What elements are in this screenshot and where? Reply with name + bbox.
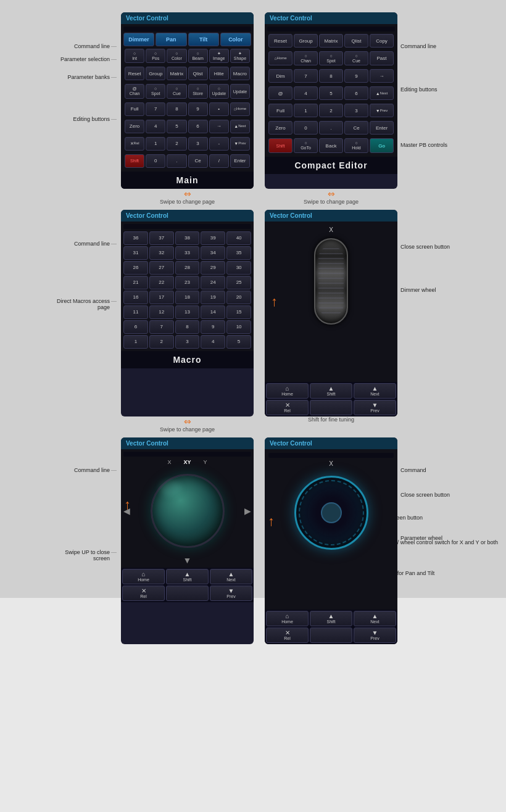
macro-11[interactable]: 11 xyxy=(123,305,148,319)
c-key-past[interactable]: Past xyxy=(370,51,394,65)
macro-23[interactable]: 23 xyxy=(175,276,200,289)
c-key-prev[interactable]: ▼Prev xyxy=(370,104,394,117)
dimmer-shift-btn[interactable]: ▲ Shift xyxy=(310,383,352,399)
macro-37[interactable]: 37 xyxy=(149,231,174,245)
c-key-qlist[interactable]: Qlist xyxy=(344,34,368,48)
macro-26[interactable]: 26 xyxy=(123,261,148,275)
macro-14[interactable]: 14 xyxy=(201,305,225,319)
macro-7[interactable]: 7 xyxy=(149,320,174,334)
bank-int[interactable]: ○Int xyxy=(125,49,144,63)
c-key-go[interactable]: Go xyxy=(370,138,394,152)
c-key-1[interactable]: 1 xyxy=(294,104,318,117)
c-key-goto[interactable]: ○GoTo xyxy=(294,138,318,152)
key-0[interactable]: 0 xyxy=(146,154,165,168)
key-5[interactable]: 5 xyxy=(167,120,186,133)
macro-15[interactable]: 15 xyxy=(226,305,251,319)
macro-4[interactable]: 4 xyxy=(201,335,225,349)
trackball-right-arrow[interactable]: ▶ xyxy=(244,506,251,516)
dimmer-wheel[interactable] xyxy=(314,238,348,325)
c-key-6[interactable]: 6 xyxy=(344,86,368,100)
c-key-group[interactable]: Group xyxy=(294,34,318,48)
key-3[interactable]: 3 xyxy=(188,137,208,151)
key-2[interactable]: 2 xyxy=(167,137,186,151)
c-key-0[interactable]: 0 xyxy=(294,121,318,135)
macro-13[interactable]: 13 xyxy=(175,305,200,319)
c-key-hold[interactable]: ○Hold xyxy=(344,138,368,152)
macro-38[interactable]: 38 xyxy=(175,231,200,245)
key-rel[interactable]: ✕Rel xyxy=(125,137,144,151)
key-qlist[interactable]: Qlist xyxy=(188,67,208,80)
c-key-at[interactable]: @ xyxy=(268,86,292,100)
c-key-home[interactable]: ⌂Home xyxy=(268,51,292,65)
c-key-9[interactable]: 9 xyxy=(344,69,368,83)
tb-prev-btn[interactable]: ▼ Prev xyxy=(210,586,252,601)
macro-32[interactable]: 32 xyxy=(149,246,174,260)
key-group[interactable]: Group xyxy=(146,67,165,80)
key-slash[interactable]: / xyxy=(209,154,229,168)
trackball-ball[interactable] xyxy=(151,474,225,548)
macro-36[interactable]: 36 xyxy=(123,231,148,245)
macro-24[interactable]: 24 xyxy=(201,276,225,289)
macro-17[interactable]: 17 xyxy=(149,291,174,304)
c-key-ce[interactable]: Ce xyxy=(344,121,368,135)
tb-next-btn[interactable]: ▲ Next xyxy=(210,569,252,584)
macro-16[interactable]: 16 xyxy=(123,291,148,304)
c-key-reset[interactable]: Reset xyxy=(268,34,292,48)
macro-6[interactable]: 6 xyxy=(123,320,148,334)
macro-30[interactable]: 30 xyxy=(226,261,251,275)
macro-27[interactable]: 27 xyxy=(149,261,174,275)
pw-prev-btn[interactable]: ▼ Prev xyxy=(354,628,396,643)
macro-19[interactable]: 19 xyxy=(201,291,225,304)
c-key-spot[interactable]: ○Spot xyxy=(319,51,343,65)
bank-beam[interactable]: ○Beam xyxy=(188,49,208,63)
c-key-cue[interactable]: ○Cue xyxy=(344,51,368,65)
macro-34[interactable]: 34 xyxy=(201,246,225,260)
key-home[interactable]: ⌂Home xyxy=(230,102,250,116)
tab-tilt[interactable]: Tilt xyxy=(188,33,219,46)
key-ce[interactable]: Ce xyxy=(188,154,208,168)
c-key-3[interactable]: 3 xyxy=(344,104,368,117)
macro-33[interactable]: 33 xyxy=(175,246,200,260)
dimmer-rel-btn[interactable]: ✕ Rel xyxy=(266,400,309,415)
key-8[interactable]: 8 xyxy=(167,102,186,116)
bank-image[interactable]: ✦Image xyxy=(209,49,229,63)
key-period[interactable]: . xyxy=(167,154,186,168)
macro-22[interactable]: 22 xyxy=(149,276,174,289)
key-matrix[interactable]: Matrix xyxy=(167,67,186,80)
tb-rel-btn[interactable]: ✕ Rel xyxy=(122,586,165,601)
c-key-period[interactable]: . xyxy=(319,121,343,135)
pw-shift-btn[interactable]: ▲ Shift xyxy=(310,611,352,626)
tab-dimmer[interactable]: Dimmer xyxy=(123,33,154,46)
macro-25[interactable]: 25 xyxy=(226,276,251,289)
dimmer-next-btn[interactable]: ▲ Next xyxy=(354,383,396,399)
macro-2[interactable]: 2 xyxy=(149,335,174,349)
key-arrow[interactable]: → xyxy=(209,120,229,133)
macro-20[interactable]: 20 xyxy=(226,291,251,304)
tab-color[interactable]: Color xyxy=(220,33,251,46)
key-at[interactable]: @Chan xyxy=(125,84,144,98)
c-key-7[interactable]: 7 xyxy=(294,69,318,83)
macro-12[interactable]: 12 xyxy=(149,305,174,319)
key-9[interactable]: 9 xyxy=(188,102,208,116)
key-macro[interactable]: Macro xyxy=(230,67,250,80)
c-key-copy[interactable]: Copy xyxy=(370,34,394,48)
key-enter[interactable]: Enter xyxy=(230,154,250,168)
macro-21[interactable]: 21 xyxy=(123,276,148,289)
tb-shift-btn[interactable]: ▲ Shift xyxy=(166,569,209,584)
macro-31[interactable]: 31 xyxy=(123,246,148,260)
c-key-8[interactable]: 8 xyxy=(319,69,343,83)
macro-40[interactable]: 40 xyxy=(226,231,251,245)
pw-rel-btn[interactable]: ✕ Rel xyxy=(266,628,309,643)
tb-home-btn[interactable]: ⌂ Home xyxy=(122,569,165,584)
key-reset[interactable]: Reset xyxy=(125,67,144,80)
dimmer-prev-btn[interactable]: ▼ Prev xyxy=(354,400,396,415)
c-key-arr[interactable]: → xyxy=(370,69,394,83)
c-key-5[interactable]: 5 xyxy=(319,86,343,100)
c-key-chan[interactable]: ○Chan xyxy=(294,51,318,65)
param-wheel[interactable] xyxy=(294,476,368,550)
tab-pan[interactable]: Pan xyxy=(156,33,186,46)
macro-8[interactable]: 8 xyxy=(175,320,200,334)
key-1[interactable]: 1 xyxy=(146,137,165,151)
macro-3[interactable]: 3 xyxy=(175,335,200,349)
bank-color[interactable]: ○Color xyxy=(167,49,186,63)
